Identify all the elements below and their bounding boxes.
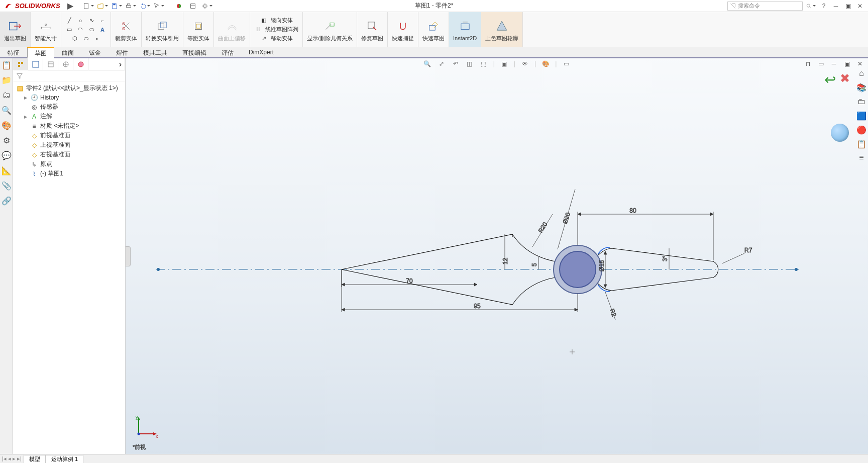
svg-point-8 bbox=[203, 5, 206, 7]
fillet-tool[interactable]: ⌐ bbox=[98, 17, 106, 25]
linear-pattern-button[interactable]: ⁞⁞线性草图阵列 bbox=[254, 25, 298, 34]
render-tab[interactable] bbox=[73, 58, 88, 70]
tab-surface[interactable]: 曲面 bbox=[54, 47, 81, 57]
tab-sketch[interactable]: 草图 bbox=[27, 47, 54, 58]
text-tool[interactable]: A bbox=[98, 26, 106, 34]
dimxpert-icon[interactable]: 📐 bbox=[2, 166, 11, 175]
tab-moldtools[interactable]: 模具工具 bbox=[136, 47, 175, 57]
menu-flyout-icon[interactable]: ▶ bbox=[64, 1, 76, 11]
dim-80[interactable]: 80 bbox=[629, 207, 636, 214]
panel-expand[interactable]: › bbox=[88, 58, 125, 70]
dim-r7[interactable]: R7 bbox=[744, 247, 752, 254]
design-lib-icon[interactable]: 📁 bbox=[2, 75, 11, 84]
rebuild-button[interactable] bbox=[173, 1, 185, 11]
save-button[interactable] bbox=[111, 1, 123, 11]
tab-sheetmetal[interactable]: 钣金 bbox=[81, 47, 108, 57]
quick-snap-button[interactable]: 快速捕捉 bbox=[388, 12, 418, 47]
open-file-button[interactable] bbox=[96, 1, 108, 11]
tree-sketch1[interactable]: ⌇(-) 草图1 bbox=[14, 169, 124, 178]
logo-icon bbox=[4, 2, 13, 11]
tab-weldments[interactable]: 焊件 bbox=[108, 47, 136, 57]
dim-95[interactable]: 95 bbox=[474, 303, 481, 310]
exit-sketch-button[interactable]: 退出草图 bbox=[0, 12, 31, 47]
dim-5[interactable]: 5 bbox=[531, 263, 538, 266]
slot-tool[interactable]: ⬭ bbox=[82, 35, 90, 43]
properties-icon[interactable]: ⚙ bbox=[2, 136, 11, 145]
point-tool[interactable]: • bbox=[93, 35, 101, 43]
dim-70[interactable]: 70 bbox=[406, 277, 413, 285]
options-button[interactable] bbox=[187, 1, 199, 11]
repair-sketch-button[interactable]: 修复草图 bbox=[357, 12, 388, 47]
convert-button[interactable]: 转换实体引用 bbox=[142, 12, 183, 47]
tab-features[interactable]: 特征 bbox=[0, 47, 27, 57]
forum-icon[interactable]: 💬 bbox=[2, 151, 11, 160]
rapid-sketch-button[interactable]: 快速草图 bbox=[418, 12, 449, 47]
motion-tab-nav[interactable]: |◂ ◂ ▸ ▸| bbox=[0, 455, 24, 462]
spline-tool[interactable]: ∿ bbox=[87, 17, 95, 25]
print-button[interactable] bbox=[125, 1, 137, 11]
offset-button[interactable]: 等距实体 bbox=[183, 12, 214, 47]
tree-root[interactable]: 零件2 (默认<<默认>_显示状态 1>) bbox=[14, 83, 124, 93]
dim-r2[interactable]: R2 bbox=[608, 308, 618, 318]
tree-history[interactable]: ▸🕘History bbox=[14, 93, 124, 102]
display-relations-button[interactable]: 显示/删除几何关系 bbox=[303, 12, 357, 47]
tree-top-plane[interactable]: ◇上视基准面 bbox=[14, 140, 124, 150]
mirror-button[interactable]: ◧镜向实体 bbox=[260, 16, 293, 25]
dim-12[interactable]: 12 bbox=[502, 257, 509, 264]
select-button[interactable] bbox=[153, 1, 165, 11]
curve-offset-button[interactable]: 曲面上偏移 bbox=[214, 12, 250, 47]
move-button[interactable]: ↗移动实体 bbox=[260, 34, 293, 43]
dim-dia20[interactable]: Ø20 bbox=[562, 212, 572, 225]
tree-front-plane[interactable]: ◇前视基准面 bbox=[14, 131, 124, 140]
tree-annotations[interactable]: ▸A注解 bbox=[14, 112, 124, 121]
smart-dimension-button[interactable]: ⌀智能尺寸 bbox=[31, 12, 61, 47]
config-tab[interactable] bbox=[43, 58, 58, 70]
new-file-button[interactable] bbox=[82, 1, 94, 11]
instant2d-button[interactable]: Instant2D bbox=[449, 12, 481, 47]
tab-evaluate[interactable]: 评估 bbox=[214, 47, 241, 57]
dimxpert-panel-tab[interactable] bbox=[58, 58, 73, 70]
view-palette-icon[interactable]: 🔍 bbox=[2, 106, 11, 115]
dim-dia15[interactable]: Ø15 bbox=[598, 260, 605, 271]
feature-tree-tab[interactable] bbox=[13, 58, 28, 70]
undo-button[interactable] bbox=[139, 1, 151, 11]
rect-tool[interactable]: ▭ bbox=[65, 26, 73, 34]
search-dropdown[interactable] bbox=[805, 1, 817, 11]
clipboard-icon[interactable]: 📎 bbox=[2, 181, 11, 190]
ellipse-tool[interactable]: ⬭ bbox=[87, 26, 95, 34]
tree-material[interactable]: ≡材质 <未指定> bbox=[14, 121, 124, 131]
appearances-icon[interactable]: 🎨 bbox=[2, 121, 11, 130]
restore-button[interactable]: ▣ bbox=[843, 2, 853, 11]
command-search[interactable]: 搜索命令 bbox=[727, 2, 803, 11]
svg-rect-32 bbox=[18, 86, 23, 91]
circle-tool[interactable]: ○ bbox=[76, 17, 84, 25]
dim-3deg[interactable]: 3° bbox=[662, 255, 669, 261]
tree-origin[interactable]: ↳原点 bbox=[14, 159, 124, 169]
bottom-tab-model[interactable]: 模型 bbox=[24, 455, 46, 463]
trim-button[interactable]: 裁剪实体 bbox=[111, 12, 142, 47]
tree-sensors[interactable]: ◎传感器 bbox=[14, 102, 124, 112]
svg-point-31 bbox=[78, 62, 83, 67]
svg-rect-17 bbox=[195, 23, 202, 29]
help-button[interactable]: ? bbox=[819, 2, 829, 11]
property-tab[interactable] bbox=[28, 58, 43, 70]
bottom-tab-motion[interactable]: 运动算例 1 bbox=[46, 455, 83, 463]
tab-dimxpert[interactable]: DimXpert bbox=[241, 47, 281, 57]
tree-right-plane[interactable]: ◇右视基准面 bbox=[14, 150, 124, 159]
settings-button[interactable] bbox=[201, 1, 213, 11]
graphics-viewport[interactable]: 🔍 ⤢ ↶ ◫ ⬚ | ▣ | 👁 | 🎨 | ▭ ⊓ ▭ ─ ▣ ✕ ↩︎ ✖ bbox=[126, 58, 868, 454]
reference-icon[interactable]: 🔗 bbox=[2, 196, 11, 205]
ribbon: 退出草图 ⌀智能尺寸 ╱○∿⌐ ▭◠⬭A ⬡⬭• 裁剪实体 转换实体引用 等距实… bbox=[0, 12, 868, 47]
tree-filter[interactable] bbox=[13, 70, 125, 81]
file-explorer-icon[interactable]: 🗂 bbox=[2, 90, 11, 100]
svg-rect-15 bbox=[158, 24, 164, 29]
arc-tool[interactable]: ◠ bbox=[76, 26, 84, 34]
close-button[interactable]: ✕ bbox=[855, 2, 865, 11]
line-tool[interactable]: ╱ bbox=[65, 17, 73, 25]
tab-directedit[interactable]: 直接编辑 bbox=[175, 47, 214, 57]
shaded-contour-button[interactable]: 上色草图轮廓 bbox=[481, 12, 523, 47]
minimize-button[interactable]: ─ bbox=[831, 2, 841, 11]
task-pane-icon[interactable]: 📋 bbox=[2, 60, 11, 69]
dim-r20[interactable]: R20 bbox=[537, 221, 549, 234]
polygon-tool[interactable]: ⬡ bbox=[71, 35, 79, 43]
